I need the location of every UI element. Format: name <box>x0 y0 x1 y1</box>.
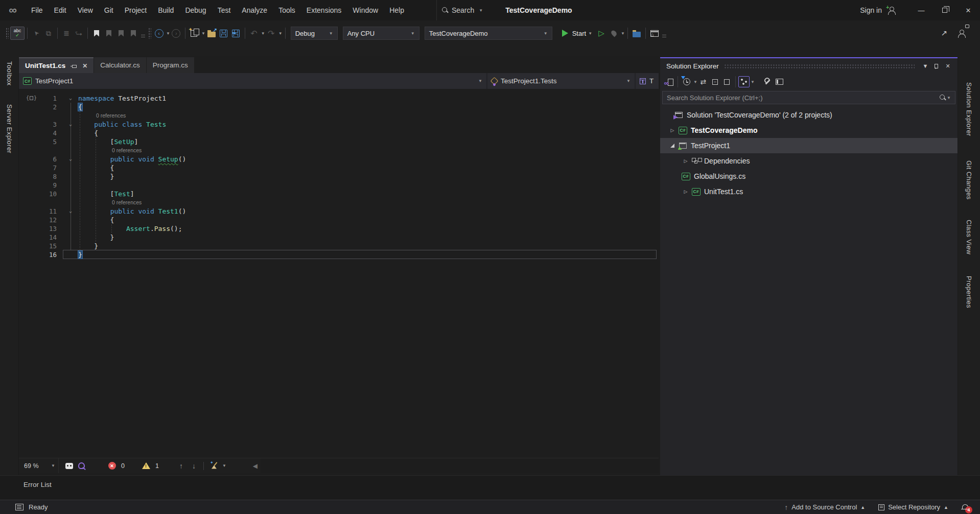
solution-platform-combo[interactable]: Any CPU▼ <box>343 27 419 40</box>
switch-views-button[interactable] <box>663 76 675 88</box>
share-button[interactable]: ↗ <box>938 27 950 40</box>
pending-changes-filter-button[interactable] <box>681 76 692 88</box>
navigate-back-button[interactable]: ‹ <box>153 27 165 40</box>
code-line[interactable]: 9 <box>19 181 659 190</box>
solution-explorer-search-input[interactable]: Search Solution Explorer (Ctrl+;) ▼ <box>662 91 955 104</box>
next-bookmark-icon[interactable] <box>115 27 127 40</box>
redo-dropdown[interactable]: ▼ <box>278 31 283 36</box>
line-number[interactable]: 11 <box>19 207 65 216</box>
tree-item-unittest1-cs[interactable]: ▷C#UnitTest1.cs <box>660 184 958 199</box>
preview-selected-items-toggle[interactable] <box>738 76 750 87</box>
project-dropdown[interactable]: C# TestProject1 ▼ <box>19 73 486 89</box>
error-list-panel-header[interactable]: Error List <box>0 475 980 500</box>
code-line[interactable]: 4 { <box>19 129 659 137</box>
tree-item-testproject1[interactable]: TestProject1 <box>660 138 958 153</box>
codelens-row[interactable]: 0 references <box>19 198 659 207</box>
horizontal-scrollbar[interactable] <box>261 458 659 473</box>
wrench-icon[interactable] <box>762 76 774 88</box>
menu-analyze[interactable]: Analyze <box>236 0 273 20</box>
line-number[interactable]: 9 <box>19 181 65 190</box>
sync-with-active-document-button[interactable]: ⇄ <box>697 76 709 88</box>
filter-dropdown[interactable]: ▼ <box>693 80 697 84</box>
fold-chevron-icon[interactable]: ⌄ <box>65 207 76 216</box>
fold-chevron-icon[interactable]: ⌄ <box>65 155 76 163</box>
tab-unittest1-cs[interactable]: UnitTest1.cs✕ <box>19 57 94 73</box>
web-browser-button[interactable] <box>648 27 661 40</box>
search-box[interactable]: Search ▼ <box>436 0 488 20</box>
select-cursor-icon[interactable]: ➤ <box>30 27 42 40</box>
code-line[interactable]: 16} <box>19 250 659 259</box>
minimize-button[interactable]: — <box>909 0 933 20</box>
fold-chevron-icon[interactable]: ⌄ <box>65 94 76 103</box>
zoom-level-combo[interactable]: 69 %▼ <box>19 458 59 473</box>
user-account-icon[interactable]: + <box>887 6 896 14</box>
code-line[interactable]: 5 [SetUp] <box>19 137 659 146</box>
properties-button[interactable] <box>721 76 733 88</box>
menu-window[interactable]: Window <box>347 0 384 20</box>
code-cleanup-dropdown[interactable]: ▼ <box>222 463 226 468</box>
startup-project-combo[interactable]: TestCoverageDemo▼ <box>425 27 552 40</box>
spell-check-toggle[interactable]: abc✓ <box>10 27 25 40</box>
copilot-suggestions-icon[interactable] <box>75 459 87 473</box>
undo-button[interactable]: ↶ <box>248 27 260 40</box>
sign-in-button[interactable]: Sign in <box>860 6 882 14</box>
line-number[interactable]: 10 <box>19 190 65 198</box>
code-line[interactable]: 12 { <box>19 216 659 224</box>
side-tab-toolbox[interactable]: Toolbox <box>6 61 13 86</box>
toolbar-overflow[interactable] <box>662 35 666 37</box>
copy-parallel-icon[interactable]: ⧉ <box>42 27 55 40</box>
tab-calculator-cs[interactable]: Calculator.cs <box>94 57 146 73</box>
auto-hide-pin-icon[interactable] <box>931 62 942 69</box>
menu-test[interactable]: Test <box>212 0 237 20</box>
redo-button[interactable]: ↷ <box>265 27 277 40</box>
codelens-row[interactable]: 0 references <box>19 146 659 155</box>
solution-configuration-combo[interactable]: Debug▼ <box>291 27 338 40</box>
expand-arrow-icon[interactable]: ▷ <box>681 158 691 163</box>
new-project-dropdown[interactable]: ▼ <box>201 31 205 36</box>
line-number[interactable]: 3 <box>19 120 65 129</box>
expand-arrow-icon[interactable]: ▷ <box>681 189 691 194</box>
fold-chevron-icon[interactable]: ⌄ <box>65 120 76 129</box>
open-file-button[interactable] <box>205 27 218 40</box>
restore-button[interactable] <box>933 0 956 20</box>
menu-view[interactable]: View <box>72 0 99 20</box>
code-line[interactable]: 7 { <box>19 163 659 172</box>
line-number[interactable]: 8 <box>19 172 65 181</box>
side-tab-class-view[interactable]: Class View <box>965 220 973 254</box>
code-line[interactable]: 15 } <box>19 242 659 250</box>
member-dropdown[interactable]: T <box>636 73 659 89</box>
tree-item-testcoveragedemo[interactable]: ▷C#TestCoverageDemo <box>660 123 958 138</box>
side-tab-solution-explorer[interactable]: Solution Explorer <box>965 82 973 136</box>
menu-tools[interactable]: Tools <box>273 0 301 20</box>
code-cleanup-button[interactable]: ✦ <box>211 462 219 470</box>
line-number[interactable]: 2 <box>19 103 65 111</box>
window-position-dropdown[interactable]: ▼ <box>920 63 931 69</box>
menu-extensions[interactable]: Extensions <box>301 0 347 20</box>
start-button-label[interactable]: Start <box>572 30 586 37</box>
code-line[interactable]: 8 } <box>19 172 659 181</box>
start-debugging-button[interactable] <box>559 27 571 40</box>
code-line[interactable]: 11⌄ public void Test1() <box>19 207 659 216</box>
send-feedback-button[interactable] <box>955 27 968 40</box>
code-line[interactable]: 13 Assert.Pass(); <box>19 224 659 233</box>
code-editor[interactable]: {} 1⌄namespace TestProject12{0 reference… <box>19 89 659 458</box>
tree-item-solution-testcoveragedemo-2-of-2-projects[interactable]: Solution 'TestCoverageDemo' (2 of 2 proj… <box>660 107 958 123</box>
side-tab-properties[interactable]: Properties <box>965 276 973 308</box>
line-number[interactable]: 13 <box>19 224 65 233</box>
pin-icon[interactable] <box>72 63 77 68</box>
toggle-bookmark-icon[interactable] <box>90 27 103 40</box>
line-number[interactable]: 12 <box>19 216 65 224</box>
format-indent-icon[interactable]: ⮑ <box>73 27 85 40</box>
close-tab-icon[interactable]: ✕ <box>82 62 87 69</box>
menu-help[interactable]: Help <box>384 0 410 20</box>
start-dropdown[interactable]: ▼ <box>588 31 592 36</box>
preview-dropdown[interactable]: ▼ <box>751 80 755 84</box>
add-to-source-control-button[interactable]: ↑ Add to Source Control ▲ <box>784 503 865 511</box>
codelens-row[interactable]: 0 references <box>19 111 659 120</box>
error-count-icon[interactable]: ✕ <box>106 459 118 473</box>
menu-project[interactable]: Project <box>119 0 153 20</box>
previous-issue-button[interactable]: ↑ <box>179 462 183 470</box>
close-button[interactable]: ✕ <box>956 0 980 20</box>
line-number[interactable]: 6 <box>19 155 65 163</box>
type-dropdown[interactable]: TestProject1.Tests ▼ <box>487 73 635 89</box>
